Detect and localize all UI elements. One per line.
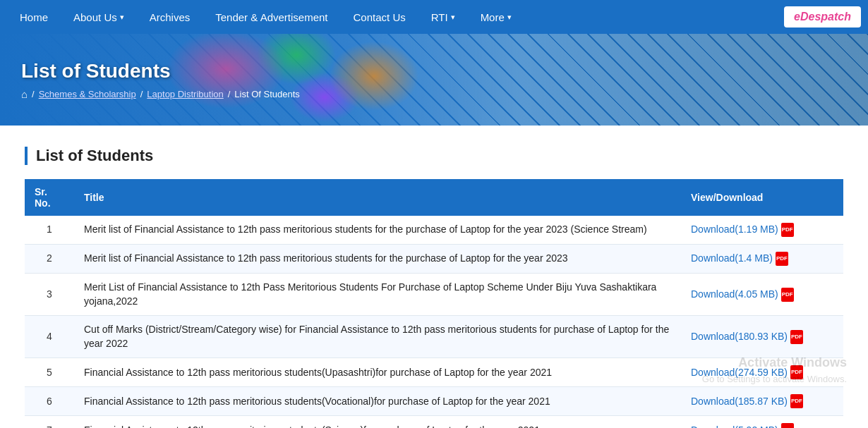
nav-label: RTI <box>431 11 448 23</box>
cell-sr: 5 <box>25 358 74 387</box>
nav-item-rti[interactable]: RTI▾ <box>418 0 468 34</box>
breadcrumb-item[interactable]: Schemes & Scholarship <box>39 89 136 99</box>
table-row: 4Cut off Marks (District/Stream/Category… <box>25 316 843 358</box>
breadcrumb: ⌂/Schemes & Scholarship/Laptop Distribut… <box>21 88 868 100</box>
col-sr: Sr. No. <box>25 179 74 216</box>
home-icon[interactable]: ⌂ <box>21 88 28 100</box>
cell-download: Download(1.19 MB)PDF <box>681 216 843 245</box>
section-title: List of Students <box>25 147 843 165</box>
nav-label: More <box>481 11 505 23</box>
cell-sr: 3 <box>25 274 74 316</box>
main-content: List of Students Sr. No. Title View/Down… <box>11 147 857 428</box>
cell-title: Financial Assistance to 12th pass merito… <box>74 358 681 387</box>
nav-label: Archives <box>150 11 191 23</box>
breadcrumb-item: List Of Students <box>234 89 300 99</box>
pdf-icon: PDF <box>790 394 803 408</box>
nav-item-home[interactable]: Home <box>7 0 61 34</box>
download-link[interactable]: Download(4.05 MB)PDF <box>691 288 833 302</box>
cell-title: Financial Assistance to 12th pass merito… <box>74 416 681 428</box>
cell-title: Financial Assistance to 12th pass merito… <box>74 387 681 416</box>
cell-download: Download(180.93 KB)PDF <box>681 316 843 358</box>
nav-item-about-us[interactable]: About Us▾ <box>61 0 137 34</box>
cell-title: Merit list of Financial Assistance to 12… <box>74 245 681 274</box>
download-label: Download(5.92 MB) <box>691 424 778 428</box>
hero-banner: List of Students ⌂/Schemes & Scholarship… <box>0 34 868 126</box>
download-link[interactable]: Download(180.93 KB)PDF <box>691 330 833 344</box>
logo[interactable]: eDespatch <box>784 6 861 27</box>
download-label: Download(1.4 MB) <box>691 252 773 266</box>
breadcrumb-separator: / <box>228 89 231 99</box>
nav-label: Home <box>20 11 48 23</box>
breadcrumb-separator: / <box>140 89 143 99</box>
pdf-icon: PDF <box>776 252 788 266</box>
hero-title: List of Students <box>21 60 868 82</box>
download-label: Download(4.05 MB) <box>691 288 778 302</box>
chevron-down-icon: ▾ <box>451 13 455 22</box>
table-row: 2Merit list of Financial Assistance to 1… <box>25 245 843 274</box>
table-body: 1Merit list of Financial Assistance to 1… <box>25 216 843 428</box>
nav-label: Tender & Advertisement <box>215 11 327 23</box>
col-title: Title <box>74 179 681 216</box>
chevron-down-icon: ▾ <box>507 13 512 22</box>
cell-sr: 2 <box>25 245 74 274</box>
nav-item-contact-us[interactable]: Contact Us <box>341 0 418 34</box>
nav-label: Contact Us <box>354 11 406 23</box>
nav-item-archives[interactable]: Archives <box>137 0 203 34</box>
table-row: 3Merit List of Financial Assistance to 1… <box>25 274 843 316</box>
table-row: 6Financial Assistance to 12th pass merit… <box>25 387 843 416</box>
download-link[interactable]: Download(1.19 MB)PDF <box>691 223 833 237</box>
nav-item-tender-&-advertisement[interactable]: Tender & Advertisement <box>203 0 340 34</box>
download-link[interactable]: Download(5.92 MB)PDF <box>691 423 833 428</box>
table-header: Sr. No. Title View/Download <box>25 179 843 216</box>
pdf-icon: PDF <box>781 423 794 428</box>
download-link[interactable]: Download(185.87 KB)PDF <box>691 394 833 408</box>
breadcrumb-item[interactable]: Laptop Distribution <box>147 89 223 99</box>
logo-e: e <box>794 11 800 23</box>
main-navigation: HomeAbout Us▾ArchivesTender & Advertisem… <box>0 0 868 34</box>
pdf-icon: PDF <box>790 330 803 344</box>
cell-download: Download(274.59 KB)PDF <box>681 358 843 387</box>
cell-download: Download(5.92 MB)PDF <box>681 416 843 428</box>
nav-item-more[interactable]: More▾ <box>468 0 524 34</box>
download-label: Download(1.19 MB) <box>691 223 778 237</box>
cell-title: Merit list of Financial Assistance to 12… <box>74 216 681 245</box>
download-link[interactable]: Download(274.59 KB)PDF <box>691 365 833 379</box>
download-link[interactable]: Download(1.4 MB)PDF <box>691 252 833 266</box>
cell-download: Download(185.87 KB)PDF <box>681 387 843 416</box>
pdf-icon: PDF <box>781 223 794 237</box>
pdf-icon: PDF <box>781 288 794 302</box>
students-table: Sr. No. Title View/Download 1Merit list … <box>25 179 843 428</box>
table-row: 1Merit list of Financial Assistance to 1… <box>25 216 843 245</box>
pdf-icon: PDF <box>790 365 803 379</box>
cell-download: Download(1.4 MB)PDF <box>681 245 843 274</box>
cell-sr: 4 <box>25 316 74 358</box>
chevron-down-icon: ▾ <box>120 13 124 22</box>
cell-sr: 1 <box>25 216 74 245</box>
table-row: 7Financial Assistance to 12th pass merit… <box>25 416 843 428</box>
breadcrumb-separator: / <box>32 89 35 99</box>
cell-sr: 6 <box>25 387 74 416</box>
download-label: Download(180.93 KB) <box>691 330 788 344</box>
nav-label: About Us <box>73 11 117 23</box>
cell-download: Download(4.05 MB)PDF <box>681 274 843 316</box>
download-label: Download(274.59 KB) <box>691 366 788 380</box>
col-download: View/Download <box>681 179 843 216</box>
download-label: Download(185.87 KB) <box>691 395 788 409</box>
logo-text: Despatch <box>800 11 851 23</box>
table-row: 5Financial Assistance to 12th pass merit… <box>25 358 843 387</box>
cell-title: Cut off Marks (District/Stream/Category … <box>74 316 681 358</box>
cell-title: Merit List of Financial Assistance to 12… <box>74 274 681 316</box>
cell-sr: 7 <box>25 416 74 428</box>
